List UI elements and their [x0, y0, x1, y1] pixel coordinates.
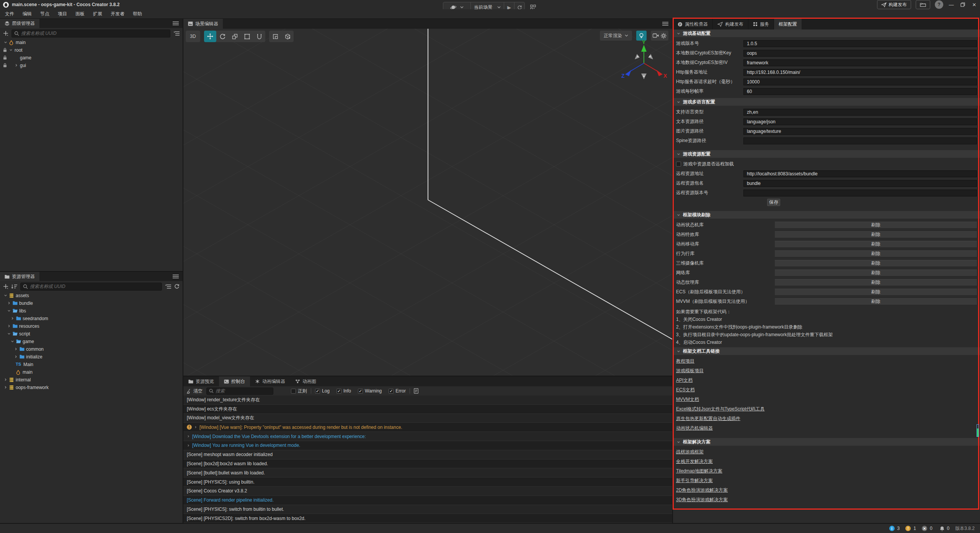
tree-item-game[interactable]: game [0, 338, 183, 345]
field-input[interactable]: language/json [743, 118, 977, 125]
console-log-row[interactable]: ![Window] [Vue warn]: Property "onInput"… [183, 423, 672, 432]
link-战棋游戏框架[interactable]: 战棋游戏框架 [676, 447, 704, 457]
transform-gizmo-button[interactable] [253, 31, 265, 42]
menu-item-文件[interactable]: 文件 [1, 11, 18, 17]
error-count-icon[interactable]: ✕ [922, 526, 927, 531]
link-教程项目[interactable]: 教程项目 [676, 356, 694, 366]
coordinate-toggle-button[interactable] [281, 31, 294, 42]
console-log-row[interactable]: [Scene] Cocos Creator v3.8.2 [183, 487, 672, 496]
menu-item-面板[interactable]: 面板 [71, 11, 89, 17]
link-Excel格式转Json文件与TypeScript代码工具[interactable]: Excel格式转Json文件与TypeScript代码工具 [676, 404, 764, 414]
open-project-folder-button[interactable] [916, 0, 930, 9]
section-header[interactable]: 游戏基础配置 [673, 29, 980, 37]
remote-load-checkbox[interactable] [676, 162, 681, 167]
link-API文档[interactable]: API文档 [676, 376, 693, 385]
chevron-right-icon[interactable] [4, 378, 7, 381]
link-3D角色扮演游戏解决方案[interactable]: 3D角色扮演游戏解决方案 [676, 495, 728, 505]
console-log-row[interactable]: [Scene] [PHYSICS2D]: switch from box2d-w… [183, 514, 672, 523]
assets-menu-button[interactable] [173, 274, 179, 279]
tree-item-main[interactable]: main [0, 368, 183, 376]
chevron-down-icon[interactable] [7, 309, 11, 312]
trim-module-button[interactable]: 剔除 [775, 289, 977, 296]
field-input[interactable] [743, 137, 977, 144]
bell-icon[interactable] [940, 526, 944, 531]
build-publish-button[interactable]: 构建发布 [877, 0, 911, 9]
field-input[interactable] [743, 190, 977, 196]
warning-count-icon[interactable]: ! [905, 526, 911, 531]
chevron-down-icon[interactable] [4, 294, 7, 297]
expand-log-icon[interactable] [187, 435, 190, 438]
trim-module-button[interactable]: 剔除 [775, 270, 977, 276]
trim-module-button[interactable]: 剔除 [775, 241, 977, 248]
create-asset-button[interactable] [3, 284, 8, 289]
link-ECS文档[interactable]: ECS文档 [676, 385, 695, 395]
chevron-right-icon[interactable] [7, 324, 11, 328]
tree-item-internal[interactable]: internal [0, 376, 183, 384]
field-input[interactable]: 1.0.5 [743, 40, 977, 47]
console-log-row[interactable]: [Scene] [box2d]:box2d wasm lib loaded. [183, 459, 672, 469]
section-header[interactable]: 游戏多语言配置 [673, 98, 980, 106]
pivot-toggle-button[interactable] [269, 31, 281, 42]
field-input[interactable]: zh,en [743, 109, 977, 116]
scene-menu-button[interactable] [662, 21, 668, 26]
chevron-right-icon[interactable] [15, 64, 18, 67]
menu-item-节点[interactable]: 节点 [36, 11, 54, 17]
trim-module-button[interactable]: 剔除 [775, 260, 977, 267]
console-log-row[interactable]: [Scene] meshopt wasm decoder initialized [183, 450, 672, 459]
field-input[interactable]: language/texture [743, 128, 977, 135]
menu-item-扩展[interactable]: 扩展 [89, 11, 106, 17]
lock-icon[interactable] [3, 48, 7, 52]
console-log-row[interactable]: [Window] render_texture文件夹存在 [183, 396, 672, 405]
filter-checkbox-log[interactable]: ✓Log [315, 388, 330, 394]
link-MVVM文档[interactable]: MVVM文档 [676, 395, 699, 404]
chevron-down-icon[interactable] [11, 340, 14, 343]
tab-动画编辑器[interactable]: 动画编辑器 [250, 376, 290, 386]
console-log-row[interactable]: [Window] model_view文件夹存在 [183, 414, 672, 423]
link-全栈开发解决方案[interactable]: 全栈开发解决方案 [676, 457, 713, 466]
chevron-down-icon[interactable] [7, 332, 11, 335]
maximize-button[interactable] [957, 0, 969, 9]
tree-item-root[interactable]: root [0, 46, 183, 54]
link-2D角色扮演游戏解决方案[interactable]: 2D角色扮演游戏解决方案 [676, 486, 728, 495]
save-button[interactable]: 保存 [767, 199, 780, 206]
inspector-scrollbar-thumb[interactable] [977, 424, 979, 437]
expand-log-icon[interactable] [194, 425, 197, 429]
filter-checkbox-info[interactable]: ✓Info [336, 388, 351, 394]
rotate-tool-button[interactable] [216, 31, 229, 42]
regex-checkbox[interactable]: 正则 [291, 388, 307, 394]
chevron-right-icon[interactable] [14, 347, 18, 351]
hierarchy-search-input[interactable]: 搜索名称或 UUID [11, 29, 170, 38]
field-input[interactable]: 60 [743, 88, 977, 95]
trim-module-button[interactable]: 剔除 [775, 222, 977, 229]
chevron-right-icon[interactable] [11, 317, 14, 320]
tree-item-bundle[interactable]: bundle [0, 299, 183, 307]
refresh-assets-button[interactable] [174, 284, 180, 289]
scale-tool-button[interactable] [229, 31, 241, 42]
section-header[interactable]: 框架文档工具链接 [673, 347, 980, 355]
expand-log-icon[interactable] [187, 444, 190, 447]
scene-viewport[interactable]: 3D [183, 29, 672, 376]
link-新手引导解决方案[interactable]: 新手引导解决方案 [676, 476, 713, 486]
menu-item-项目[interactable]: 项目 [54, 11, 71, 17]
tab-scene-editor[interactable]: 场景编辑器 [183, 19, 223, 29]
assets-search-input[interactable]: 搜索名称或 UUID [20, 283, 162, 291]
tree-item-game[interactable]: game [0, 54, 183, 62]
chevron-right-icon[interactable] [4, 386, 7, 389]
menu-item-开发者[interactable]: 开发者 [106, 11, 129, 17]
trim-module-button[interactable]: 剔除 [775, 250, 977, 257]
trim-module-button[interactable]: 剔除 [775, 231, 977, 238]
console-search-input[interactable]: 搜索 [206, 387, 273, 395]
field-input[interactable]: http://localhost:8083/assets/bundle [743, 170, 977, 177]
section-header[interactable]: 框架模块剔除 [673, 211, 980, 219]
tab-资源预览[interactable]: 资源预览 [183, 376, 219, 386]
field-input[interactable]: 10000 [743, 78, 977, 85]
tab-hierarchy[interactable]: 层级管理器 [0, 19, 39, 28]
section-header[interactable]: 游戏资源配置 [673, 150, 980, 158]
tree-item-assets[interactable]: assets [0, 292, 183, 299]
tree-item-seedrandom[interactable]: seedrandom [0, 315, 183, 322]
tab-动画图[interactable]: 动画图 [290, 376, 321, 386]
chevron-down-icon[interactable] [4, 41, 7, 44]
field-input[interactable]: http://192.168.0.150/main/ [743, 69, 977, 76]
field-input[interactable]: framework [743, 59, 977, 66]
chevron-down-icon[interactable] [9, 48, 13, 52]
